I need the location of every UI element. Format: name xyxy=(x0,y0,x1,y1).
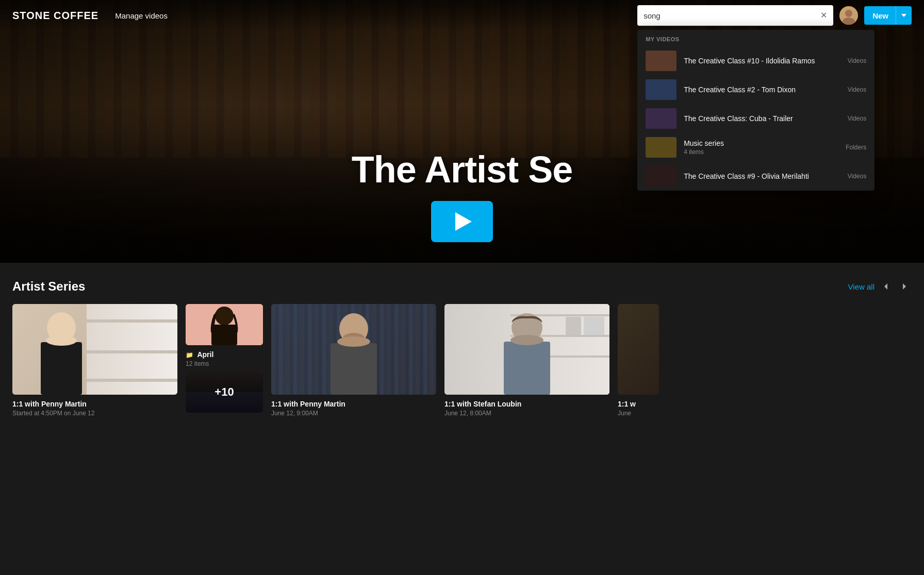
search-result-4-thumb xyxy=(646,137,676,158)
new-button-label: New xyxy=(864,11,896,20)
search-result-2-thumb xyxy=(646,79,676,100)
svg-rect-10 xyxy=(331,343,377,395)
search-result-4-info: Music series 4 items xyxy=(684,139,838,156)
search-result-1[interactable]: The Creative Class #10 - Ildolidia Ramos… xyxy=(637,46,874,75)
card-penny-1-meta: Started at 4:50PM on June 12 xyxy=(12,410,177,417)
svg-point-11 xyxy=(337,336,370,347)
search-result-4[interactable]: Music series 4 items Folders xyxy=(637,133,874,162)
search-result-3-type: Videos xyxy=(848,115,866,122)
header: STONE COFFEE Manage videos ✕ MY VIDEOS T… xyxy=(0,0,924,31)
manage-videos-link[interactable]: Manage videos xyxy=(115,11,637,20)
hero-section: STONE COFFEE Manage videos ✕ MY VIDEOS T… xyxy=(0,0,924,263)
bottom-section: Artist Series View all xyxy=(0,263,924,575)
search-result-3-title: The Creative Class: Cuba - Trailer xyxy=(684,114,840,123)
section-actions: View all xyxy=(848,279,912,294)
card-april-label: 📁 April xyxy=(186,350,263,359)
card-april-thumb xyxy=(186,304,263,345)
cards-row: 1:1 with Penny Martin Started at 4:50PM … xyxy=(12,304,912,418)
search-dropdown: MY VIDEOS The Creative Class #10 - Ildol… xyxy=(637,30,874,191)
card-plus10[interactable]: +10 xyxy=(186,371,263,418)
card-stefan[interactable]: 1:1 with Stefan Loubin June 12, 8:00AM xyxy=(444,304,609,418)
card-penny-2-label: 1:1 with Penny Martin xyxy=(271,400,436,408)
artist-series-header: Artist Series View all xyxy=(12,279,912,294)
plus10-label: +10 xyxy=(214,385,234,399)
search-result-4-title: Music series xyxy=(684,139,838,147)
view-all-link[interactable]: View all xyxy=(848,282,874,291)
card-penny-2[interactable]: 1:1 with Penny Martin June 12, 9:00AM xyxy=(271,304,436,418)
svg-rect-13 xyxy=(504,342,550,395)
card-partial[interactable]: 1:1 w June xyxy=(618,304,659,418)
card-penny-2-meta: June 12, 9:00AM xyxy=(271,410,436,417)
avatar[interactable] xyxy=(839,6,858,25)
search-result-3[interactable]: The Creative Class: Cuba - Trailer Video… xyxy=(637,104,874,133)
folder-icon: 📁 xyxy=(186,351,193,359)
avatar-image xyxy=(839,6,858,25)
search-result-4-subtitle: 4 items xyxy=(684,148,838,156)
search-input[interactable] xyxy=(637,5,833,26)
card-penny-2-thumb xyxy=(271,304,436,395)
card-stefan-meta: June 12, 8:00AM xyxy=(444,410,609,417)
search-result-2-title: The Creative Class #2 - Tom Dixon xyxy=(684,86,840,94)
hero-title: The Artist Se xyxy=(352,148,572,191)
search-result-2-type: Videos xyxy=(848,86,866,93)
svg-rect-4 xyxy=(41,342,82,395)
search-result-5-title: The Creative Class #9 - Olivia Merilahti xyxy=(684,172,840,180)
svg-point-5 xyxy=(46,335,77,346)
search-result-3-thumb xyxy=(646,108,676,129)
dropdown-section-label: MY VIDEOS xyxy=(637,30,874,46)
person-silhouette-1 xyxy=(23,312,100,395)
card-partial-label: 1:1 w xyxy=(618,400,659,408)
card-penny-1-thumb xyxy=(12,304,177,395)
search-container: ✕ MY VIDEOS The Creative Class #10 - Ild… xyxy=(637,5,833,26)
person-silhouette-april xyxy=(188,307,260,345)
search-result-1-thumb xyxy=(646,50,676,71)
card-plus10-overlay: +10 xyxy=(186,371,263,413)
search-result-5[interactable]: The Creative Class #9 - Olivia Merilahti… xyxy=(637,162,874,191)
search-result-4-type: Folders xyxy=(846,144,866,151)
artist-series-title: Artist Series xyxy=(12,279,85,294)
svg-rect-7 xyxy=(211,325,237,345)
card-april[interactable]: 📁 April 12 items xyxy=(186,304,263,367)
search-result-5-type: Videos xyxy=(848,173,866,180)
logo: STONE COFFEE xyxy=(12,10,98,22)
search-clear-button[interactable]: ✕ xyxy=(820,11,827,20)
card-partial-thumb xyxy=(618,304,659,395)
search-result-3-info: The Creative Class: Cuba - Trailer xyxy=(684,114,840,123)
svg-point-14 xyxy=(510,335,543,345)
card-penny-1[interactable]: 1:1 with Penny Martin Started at 4:50PM … xyxy=(12,304,177,418)
svg-point-6 xyxy=(215,307,234,325)
card-group-april-plus10: 📁 April 12 items +10 xyxy=(186,304,263,418)
search-result-2-info: The Creative Class #2 - Tom Dixon xyxy=(684,86,840,94)
next-arrow[interactable] xyxy=(897,279,912,294)
hero-play-button[interactable] xyxy=(431,201,493,242)
search-result-2[interactable]: The Creative Class #2 - Tom Dixon Videos xyxy=(637,75,874,104)
search-result-1-title: The Creative Class #10 - Ildolidia Ramos xyxy=(684,57,840,65)
card-penny-1-label: 1:1 with Penny Martin xyxy=(12,400,177,408)
search-result-5-info: The Creative Class #9 - Olivia Merilahti xyxy=(684,172,840,180)
person-silhouette-stefan xyxy=(475,312,579,395)
prev-arrow[interactable] xyxy=(879,279,893,294)
new-button[interactable]: New xyxy=(864,6,912,25)
new-button-dropdown-icon xyxy=(896,14,912,17)
play-icon xyxy=(455,212,472,231)
card-partial-meta: June xyxy=(618,410,659,417)
search-result-1-info: The Creative Class #10 - Ildolidia Ramos xyxy=(684,57,840,65)
card-stefan-thumb xyxy=(444,304,609,395)
search-result-1-type: Videos xyxy=(848,57,866,64)
card-stefan-label: 1:1 with Stefan Loubin xyxy=(444,400,609,408)
svg-point-1 xyxy=(845,10,852,17)
card-plus10-thumb: +10 xyxy=(186,371,263,413)
person-silhouette-2 xyxy=(302,312,405,395)
card-april-meta: 12 items xyxy=(186,360,263,367)
search-result-5-thumb xyxy=(646,166,676,187)
header-right: ✕ MY VIDEOS The Creative Class #10 - Ild… xyxy=(637,5,912,26)
